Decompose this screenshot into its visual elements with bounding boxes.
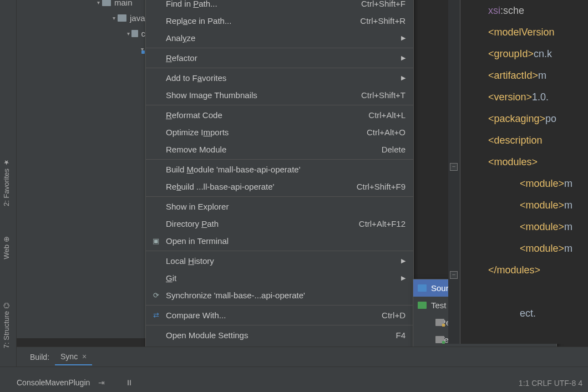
menu-label: Synchronize 'mall-base-...api-operate' bbox=[166, 291, 405, 300]
menu-item[interactable]: ▣Open in Terminal bbox=[146, 232, 413, 250]
folder-icon bbox=[131, 30, 138, 37]
code-line: <modules> bbox=[460, 151, 588, 173]
menu-separator bbox=[146, 159, 413, 160]
build-label: Build: bbox=[24, 349, 55, 365]
menu-item[interactable]: Replace in Path...Ctrl+Shift+R bbox=[146, 12, 413, 29]
menu-label: Show Image Thumbnails bbox=[166, 90, 361, 100]
menu-shortcut: F4 bbox=[396, 330, 405, 340]
expand-icon[interactable]: ▾ bbox=[110, 15, 118, 21]
menu-label: Compare With... bbox=[166, 310, 382, 320]
fold-marker-icon[interactable]: − bbox=[450, 271, 458, 279]
project-tree[interactable]: ▾main▾java▾c▾▾ bbox=[17, 0, 145, 338]
tree-label: java bbox=[130, 13, 145, 23]
menu-item[interactable]: Reformat CodeCtrl+Alt+L bbox=[146, 106, 413, 124]
menu-item[interactable]: Optimize ImportsCtrl+Alt+O bbox=[146, 124, 413, 141]
submenu-arrow-icon: ▶ bbox=[401, 34, 405, 42]
menu-item[interactable]: Find in Path...Ctrl+Shift+F bbox=[146, 0, 413, 12]
code-line bbox=[460, 281, 588, 303]
tree-item[interactable]: ▾ bbox=[17, 57, 145, 72]
menu-item[interactable]: Remove ModuleDelete bbox=[146, 141, 413, 158]
code-line: </modules> bbox=[460, 259, 588, 281]
menu-item[interactable]: ⟳Synchronize 'mall-base-...api-operate' bbox=[146, 287, 413, 304]
menu-shortcut: Delete bbox=[382, 145, 405, 154]
menu-item[interactable]: Rebuild ...ll-base-api-operate'Ctrl+Shif… bbox=[146, 178, 413, 195]
submenu-arrow-icon: ▶ bbox=[401, 257, 405, 264]
close-icon[interactable]: × bbox=[80, 352, 87, 361]
code-line: ect. bbox=[460, 303, 588, 324]
menu-label: Reformat Code bbox=[166, 110, 368, 120]
sync-tab[interactable]: Sync × bbox=[55, 349, 92, 365]
fold-marker-icon[interactable]: − bbox=[450, 163, 458, 171]
expand-icon[interactable]: ▾ bbox=[94, 0, 102, 6]
menu-item[interactable]: Refactor▶ bbox=[146, 49, 413, 67]
code-line: <modelVersion bbox=[460, 22, 588, 43]
menu-separator bbox=[146, 325, 413, 325]
status-left: ConsoleMavenPlugin ⇥ ⏸ bbox=[17, 378, 134, 388]
folder-type-icon bbox=[435, 336, 444, 343]
tree-item[interactable]: ▾c bbox=[17, 26, 145, 41]
status-text: ConsoleMavenPlugin bbox=[17, 378, 90, 387]
star-icon: ★ bbox=[3, 159, 11, 166]
menu-separator bbox=[146, 68, 413, 68]
menu-separator bbox=[146, 48, 413, 48]
menu-shortcut: Ctrl+Shift+T bbox=[361, 90, 405, 100]
menu-shortcut: Ctrl+Shift+F bbox=[361, 0, 405, 8]
menu-label: Replace in Path... bbox=[166, 16, 360, 26]
code-line: <module>m bbox=[460, 216, 588, 238]
menu-item[interactable]: Build Module 'mall-base-api-operate' bbox=[146, 161, 413, 178]
menu-item[interactable]: Git▶ bbox=[146, 269, 413, 287]
step-icon[interactable]: ⇥ bbox=[97, 378, 107, 388]
submenu-arrow-icon: ▶ bbox=[401, 54, 405, 62]
tree-item[interactable]: ▾java bbox=[17, 10, 145, 26]
menu-shortcut: Ctrl+Shift+R bbox=[360, 16, 405, 26]
gutter-structure[interactable]: 7: Structure ⌬ bbox=[0, 299, 13, 352]
menu-label: Refactor bbox=[166, 53, 405, 63]
menu-item[interactable]: Analyze▶ bbox=[146, 29, 413, 47]
folder-type-icon bbox=[418, 302, 427, 309]
folder-icon bbox=[102, 0, 111, 6]
status-right: 1:1 CRLF UTF-8 4 bbox=[519, 379, 582, 388]
menu-shortcut: Ctrl+Shift+F9 bbox=[357, 182, 405, 191]
code-line: <module>m bbox=[460, 173, 588, 195]
menu-item[interactable]: Show Image ThumbnailsCtrl+Shift+T bbox=[146, 86, 413, 104]
terminal-icon: ▣ bbox=[151, 237, 160, 246]
gutter-web[interactable]: Web ⊕ bbox=[0, 233, 13, 263]
tree-item[interactable]: ▾ bbox=[17, 41, 145, 57]
gutter-favorites[interactable]: 2: Favorites ★ bbox=[0, 155, 13, 210]
structure-icon: ⌬ bbox=[2, 303, 11, 309]
menu-item[interactable]: Local History▶ bbox=[146, 252, 413, 269]
tree-label: main bbox=[114, 0, 133, 7]
code-line: <packaging>po bbox=[460, 108, 588, 130]
build-panel: Build: Sync × bbox=[17, 347, 588, 366]
sync-icon: ⟳ bbox=[151, 291, 160, 300]
menu-label: Open in Terminal bbox=[166, 236, 405, 246]
menu-label: Local History bbox=[166, 256, 405, 266]
menu-item[interactable]: Open Module SettingsF4 bbox=[146, 327, 413, 344]
menu-item[interactable]: ⇄Compare With...Ctrl+D bbox=[146, 307, 413, 324]
pause-icon[interactable]: ⏸ bbox=[124, 378, 134, 388]
menu-item[interactable]: Directory PathCtrl+Alt+F12 bbox=[146, 215, 413, 232]
editor-gutter: − − bbox=[448, 0, 460, 344]
folder-type-icon bbox=[418, 284, 427, 292]
expand-icon[interactable]: ▾ bbox=[125, 30, 131, 37]
menu-label: Rebuild ...ll-base-api-operate' bbox=[166, 182, 357, 191]
menu-separator bbox=[146, 196, 413, 197]
menu-label: Open Module Settings bbox=[166, 330, 396, 340]
menu-separator bbox=[146, 305, 413, 306]
status-info[interactable]: 1:1 CRLF UTF-8 4 bbox=[519, 379, 582, 388]
context-menu: Find in Path...Ctrl+Shift+FReplace in Pa… bbox=[145, 0, 414, 392]
folder-type-icon bbox=[435, 319, 444, 326]
menu-label: Analyze bbox=[166, 33, 405, 43]
menu-item[interactable]: Show in Explorer bbox=[146, 198, 413, 215]
menu-shortcut: Ctrl+Alt+F12 bbox=[359, 219, 405, 228]
menu-item[interactable]: Add to Favorites▶ bbox=[146, 69, 413, 86]
menu-label: Git bbox=[166, 273, 405, 283]
menu-separator bbox=[146, 105, 413, 105]
code-line: <artifactId>m bbox=[460, 65, 588, 86]
folder-icon bbox=[118, 14, 126, 22]
submenu-arrow-icon: ▶ bbox=[401, 74, 405, 82]
code-editor[interactable]: xsi:sche<modelVersion<groupId>cn.k<artif… bbox=[460, 0, 588, 344]
tree-item[interactable]: ▾main bbox=[17, 0, 145, 10]
submenu-arrow-icon: ▶ bbox=[401, 274, 405, 282]
code-line: <description bbox=[460, 130, 588, 151]
